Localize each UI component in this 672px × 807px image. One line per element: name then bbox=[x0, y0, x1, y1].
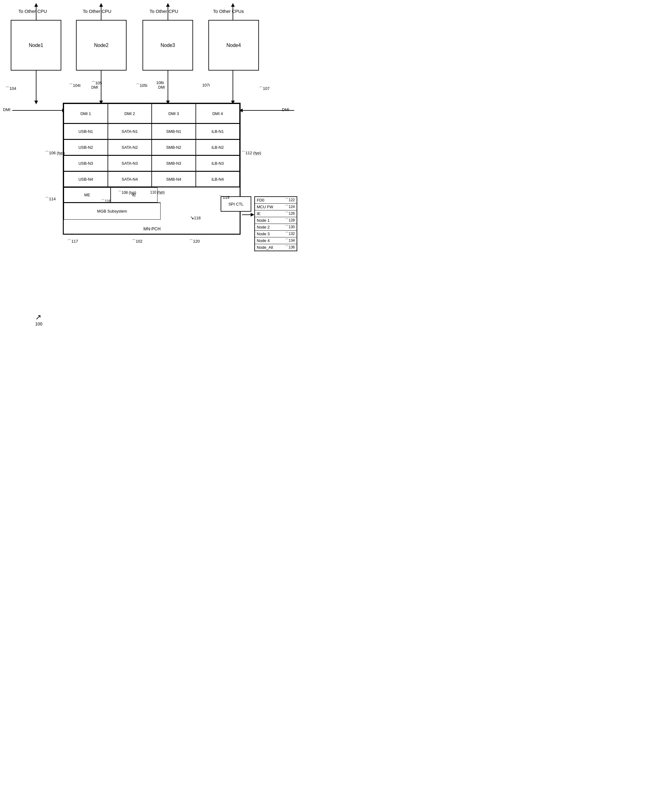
smb-n2-cell: SMB-N2 bbox=[152, 139, 196, 155]
flash-node1-ref: ⌒128 bbox=[285, 218, 295, 223]
ref-108-typ: ⌒108 (typ) bbox=[118, 190, 136, 195]
ref-104i: ⌒104i bbox=[69, 83, 81, 88]
svg-marker-1 bbox=[34, 3, 38, 7]
sata-n2-cell: SATA-N2 bbox=[108, 139, 152, 155]
ref-100: ↗ 100 bbox=[35, 313, 42, 326]
flash-row-node4: Node 4 ⌒134 bbox=[255, 237, 296, 244]
pch-box: DMI 1 DMI 2 DMI 3 DMI 4 USB-N1 SATA-N1 S… bbox=[63, 103, 240, 235]
flash-row-fd0: FD0 ⌒122 bbox=[255, 197, 296, 204]
sata-n3-cell: SATA-N3 bbox=[108, 156, 152, 171]
dmi3-cell: DMI 3 bbox=[152, 104, 196, 123]
ref-112-typ: ⌒112 (typ) bbox=[242, 150, 261, 156]
dmi2-cell: DMI 2 bbox=[108, 104, 152, 123]
node4-box: Node4 bbox=[209, 20, 259, 71]
usb-n3-cell: USB-N3 bbox=[64, 156, 108, 171]
flash-node3-label: Node 3 bbox=[257, 232, 270, 236]
sata-n4-cell: SATA-N4 bbox=[108, 171, 152, 187]
node2-box: Node2 bbox=[76, 20, 127, 71]
flash-row-node1: Node 1 ⌒128 bbox=[255, 217, 296, 224]
ref-106i: 106i bbox=[156, 80, 164, 85]
node3-label: Node3 bbox=[161, 43, 175, 48]
flash-node2-ref: ⌒130 bbox=[285, 224, 295, 230]
flash-row-node3: Node 3 ⌒132 bbox=[255, 231, 296, 237]
dmi-label-node3: DMI bbox=[158, 85, 165, 90]
flash-row-mcu: MCU FW ⌒124 bbox=[255, 204, 296, 211]
flash-node1-label: Node 1 bbox=[257, 218, 270, 223]
ref-104: ⌒104 bbox=[5, 86, 16, 91]
ref-120: ⌒120 bbox=[189, 239, 200, 244]
ref-117: ⌒117 bbox=[68, 239, 78, 244]
ref-110-typ: 110 (typ) bbox=[150, 190, 165, 194]
ilb-n1-cell: iLB-N1 bbox=[196, 124, 240, 139]
flash-row-nodeall: Node_All ⌒136 bbox=[255, 244, 296, 251]
dmi-right-label: DMI bbox=[282, 107, 289, 112]
smb-n3-cell: SMB-N3 bbox=[152, 156, 196, 171]
flash-fd0-label: FD0 bbox=[257, 198, 265, 203]
svg-marker-7 bbox=[231, 3, 235, 7]
node4-label: Node4 bbox=[227, 43, 241, 48]
flash-nodeall-ref: ⌒136 bbox=[285, 245, 295, 250]
flash-node2-label: Node 2 bbox=[257, 225, 270, 229]
ref-106-typ: ⌒106 (typ) bbox=[45, 150, 65, 156]
mgb-cell: MGB Subsystem bbox=[64, 203, 161, 219]
flash-row-ie: IE ⌒126 bbox=[255, 211, 296, 217]
sata-n1-cell: SATA-N1 bbox=[108, 124, 152, 139]
dmi1-cell: DMI 1 bbox=[64, 104, 108, 123]
ilb-n4-cell: iLB-N4 bbox=[196, 171, 240, 187]
flash-ie-label: IE bbox=[257, 211, 260, 216]
node3-box: Node3 bbox=[142, 20, 193, 71]
ref-102: ⌒102 bbox=[132, 239, 142, 244]
flash-nodeall-label: Node_All bbox=[257, 245, 273, 250]
cpu-label-3: To Other CPU bbox=[149, 8, 178, 14]
flash-row-node2: Node 2 ⌒130 bbox=[255, 224, 296, 231]
flash-device-box: FD0 ⌒122 MCU FW ⌒124 IE ⌒126 Node 1 ⌒128… bbox=[254, 196, 297, 251]
usb-n1-cell: USB-N1 bbox=[64, 124, 108, 139]
svg-marker-5 bbox=[166, 3, 170, 7]
node2-label: Node2 bbox=[94, 43, 108, 48]
diagram: To Other CPU To Other CPU To Other CPU T… bbox=[0, 0, 306, 368]
ref-116: ⌒116 bbox=[101, 199, 111, 204]
node1-label: Node1 bbox=[29, 43, 43, 48]
mn-pch-label: MN-PCH bbox=[143, 226, 161, 231]
svg-marker-21 bbox=[251, 213, 254, 217]
flash-node4-label: Node 4 bbox=[257, 238, 270, 243]
cpu-label-2: To Other CPU bbox=[83, 8, 111, 14]
ref-105i: ⌒105i bbox=[136, 83, 147, 88]
dmi-label-node2: DMI bbox=[91, 85, 98, 90]
ref-107: ⌒107 bbox=[259, 86, 270, 91]
dmi4-cell: DMI 4 bbox=[196, 104, 240, 123]
flash-node3-ref: ⌒132 bbox=[285, 231, 295, 236]
ref-119: ⌒119 bbox=[219, 195, 230, 200]
svg-marker-3 bbox=[99, 3, 103, 7]
flash-mcu-ref: ⌒124 bbox=[285, 204, 295, 209]
ilb-n3-cell: iLB-N3 bbox=[196, 156, 240, 171]
usb-n4-cell: USB-N4 bbox=[64, 171, 108, 187]
svg-marker-9 bbox=[34, 101, 38, 104]
cpu-label-4: To Other CPUs bbox=[213, 8, 244, 14]
flash-mcu-label: MCU FW bbox=[257, 204, 273, 209]
node1-box: Node1 bbox=[11, 20, 61, 71]
flash-ie-ref: ⌒126 bbox=[285, 211, 295, 216]
cpu-label-1: To Other CPU bbox=[18, 8, 47, 14]
flash-node4-ref: ⌒134 bbox=[285, 238, 295, 243]
flash-fd0-ref: ⌒122 bbox=[285, 198, 295, 203]
ref-107i: 107i bbox=[202, 83, 210, 87]
dmi-left-label: DMI bbox=[3, 107, 10, 112]
smb-n1-cell: SMB-N1 bbox=[152, 124, 196, 139]
ref-114: ⌒114 bbox=[45, 196, 56, 202]
usb-n2-cell: USB-N2 bbox=[64, 139, 108, 155]
ref-118: ↘118 bbox=[190, 215, 201, 221]
ilb-n2-cell: iLB-N2 bbox=[196, 139, 240, 155]
smb-n4-cell: SMB-N4 bbox=[152, 171, 196, 187]
